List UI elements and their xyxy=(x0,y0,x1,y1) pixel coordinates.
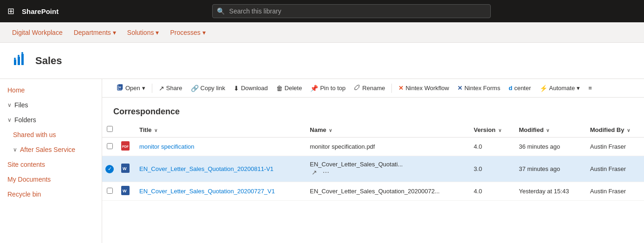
th-modified-by[interactable]: Modified By ∨ xyxy=(585,122,644,138)
row-name: EN_Cover_Letter_Sales_Quotation_20200072… xyxy=(310,188,440,195)
chevron-icon: ∨ xyxy=(13,146,17,153)
automate-label: Automate xyxy=(549,85,575,92)
nintex-workflow-button[interactable]: ✕ Nintex Workflow xyxy=(395,82,453,94)
pin-to-top-button[interactable]: 📌 Pin to top xyxy=(306,82,349,94)
center-button[interactable]: d center xyxy=(505,82,534,94)
svg-text:PDF: PDF xyxy=(122,145,129,148)
section-title: Correspondence xyxy=(102,98,644,122)
secondary-nav: Digital Workplace Departments ▾ Solution… xyxy=(0,22,644,43)
select-all-checkbox[interactable] xyxy=(107,126,113,132)
row-title-link[interactable]: EN_Cover_Letter_Sales_Quotation_20200727… xyxy=(139,188,275,195)
download-label: Download xyxy=(241,85,268,92)
nintex-workflow-icon: ✕ xyxy=(398,85,403,92)
share-button[interactable]: ↗ Share xyxy=(155,82,186,94)
row-icon-cell: W xyxy=(117,156,134,182)
row-icon-cell: PDF xyxy=(117,138,134,156)
folders-label: Folders xyxy=(14,116,36,124)
row-check-cell[interactable] xyxy=(102,182,117,201)
delete-button[interactable]: 🗑 Delete xyxy=(273,82,306,94)
main-layout: Home ∨ Files ∨ Folders Shared with us ∨ … xyxy=(0,79,644,243)
sort-icon: ∨ xyxy=(627,128,630,133)
more-button[interactable]: ≡ xyxy=(585,82,596,94)
row-share-button[interactable]: ↗ xyxy=(310,168,319,177)
th-name[interactable]: Name ∨ xyxy=(304,122,468,138)
table-row: W EN_Cover_Letter_Sales_Quotation_202007… xyxy=(102,182,644,201)
more-icon: ≡ xyxy=(588,85,592,92)
row-modified-by-cell: Austin Fraser xyxy=(585,182,644,201)
row-checkbox[interactable] xyxy=(107,188,113,194)
row-modified-cell: 37 minutes ago xyxy=(513,156,584,182)
row-more-button[interactable]: ⋯ xyxy=(321,168,331,177)
sidebar-item-site-contents[interactable]: Site contents xyxy=(0,157,102,172)
toolbar-separator xyxy=(391,84,392,93)
rename-label: Rename xyxy=(362,85,385,92)
svg-rect-0 xyxy=(14,59,16,65)
row-name-cell: EN_Cover_Letter_Sales_Quotation_20200072… xyxy=(304,182,468,201)
th-version[interactable]: Version ∨ xyxy=(468,122,513,138)
th-check xyxy=(102,122,117,138)
center-label: center xyxy=(514,85,531,92)
svg-text:W: W xyxy=(123,166,127,171)
file-table: Title ∨ Name ∨ Version ∨ Modified ∨ xyxy=(102,122,644,201)
row-modified-cell: Yesterday at 15:43 xyxy=(513,182,584,201)
row-checkbox[interactable] xyxy=(107,143,113,149)
copy-link-icon: 🔗 xyxy=(191,85,199,92)
sidebar-item-shared[interactable]: Shared with us xyxy=(0,127,102,142)
th-modified[interactable]: Modified ∨ xyxy=(513,122,584,138)
open-button[interactable]: W Open ▾ xyxy=(113,82,149,94)
row-title-link[interactable]: EN_Cover_Letter_Sales_Quotation_20200811… xyxy=(139,165,273,172)
copy-link-label: Copy link xyxy=(201,85,225,92)
sort-icon: ∨ xyxy=(546,128,549,133)
row-version-cell: 4.0 xyxy=(468,138,513,156)
sort-icon: ∨ xyxy=(329,128,332,133)
row-version-cell: 3.0 xyxy=(468,156,513,182)
top-bar: ⊞ SharePoint 🔍 xyxy=(0,0,644,22)
share-label: Share xyxy=(166,85,182,92)
row-version-cell: 4.0 xyxy=(468,182,513,201)
svg-point-4 xyxy=(18,55,20,57)
automate-icon: ⚡ xyxy=(540,85,547,92)
content-area: W Open ▾ ↗ Share 🔗 Copy link ⬇ Download … xyxy=(102,79,644,243)
svg-point-5 xyxy=(21,52,23,54)
app-logo: SharePoint xyxy=(22,7,59,15)
nav-digital-workplace[interactable]: Digital Workplace xyxy=(7,25,67,40)
nintex-forms-label: Nintex Forms xyxy=(464,85,500,92)
sort-icon: ∨ xyxy=(498,128,501,133)
row-check-cell[interactable] xyxy=(102,138,117,156)
sidebar-item-files[interactable]: ∨ Files xyxy=(0,98,102,112)
sidebar-item-after-sales[interactable]: ∨ After Sales Service xyxy=(0,142,102,157)
delete-icon: 🗑 xyxy=(276,85,283,92)
row-title-cell: monitor specification xyxy=(134,138,304,156)
automate-button[interactable]: ⚡ Automate ▾ xyxy=(536,82,584,94)
rename-button[interactable]: Rename xyxy=(350,82,389,94)
after-sales-label: After Sales Service xyxy=(20,146,75,153)
waffle-icon[interactable]: ⊞ xyxy=(6,4,16,18)
nintex-forms-icon: ✕ xyxy=(457,85,462,92)
nav-departments[interactable]: Departments ▾ xyxy=(69,25,121,40)
page-title: Sales xyxy=(35,55,62,67)
copy-link-button[interactable]: 🔗 Copy link xyxy=(187,82,229,94)
row-modified-cell: 36 minutes ago xyxy=(513,138,584,156)
row-icon-cell: W xyxy=(117,182,134,201)
th-title[interactable]: Title ∨ xyxy=(134,122,304,138)
sidebar: Home ∨ Files ∨ Folders Shared with us ∨ … xyxy=(0,79,102,243)
table-row: ✓ W EN_Cover_Letter_Sales_Quotation_2020… xyxy=(102,156,644,182)
sidebar-item-my-documents[interactable]: My Documents xyxy=(0,172,102,187)
row-selected-check: ✓ xyxy=(105,165,114,173)
recycle-bin-label: Recycle bin xyxy=(7,190,41,198)
download-icon: ⬇ xyxy=(234,85,239,92)
row-check-cell[interactable]: ✓ xyxy=(102,156,117,182)
sidebar-item-folders[interactable]: ∨ Folders xyxy=(0,112,102,127)
search-input[interactable] xyxy=(212,4,491,18)
table-header-row: Title ∨ Name ∨ Version ∨ Modified ∨ xyxy=(102,122,644,138)
nav-solutions[interactable]: Solutions ▾ xyxy=(123,25,164,40)
open-label: Open xyxy=(125,85,140,92)
download-button[interactable]: ⬇ Download xyxy=(230,82,272,94)
sidebar-item-home[interactable]: Home xyxy=(0,83,102,98)
nav-processes[interactable]: Processes ▾ xyxy=(165,25,210,40)
sidebar-item-recycle-bin[interactable]: Recycle bin xyxy=(0,187,102,202)
nintex-forms-button[interactable]: ✕ Nintex Forms xyxy=(454,82,504,94)
table-row: PDF monitor specification monitor specif… xyxy=(102,138,644,156)
row-title-link[interactable]: monitor specification xyxy=(139,143,195,150)
files-label: Files xyxy=(14,101,28,109)
